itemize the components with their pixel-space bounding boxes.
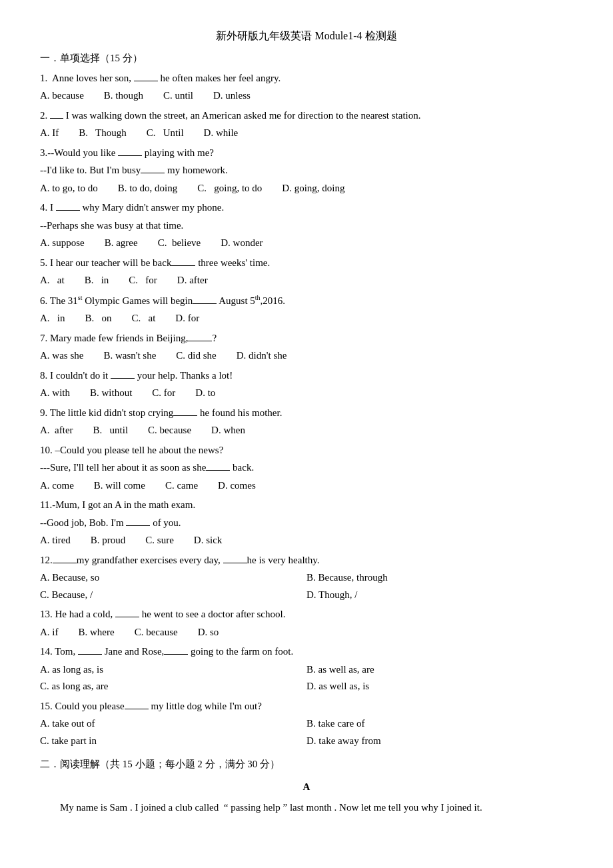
question-3-choices: A. to go, to doB. to do, doingC. going, … — [40, 180, 573, 197]
question-13: 13. He had a cold, he went to see a doct… — [40, 606, 573, 641]
question-13-text: 13. He had a cold, he went to see a doct… — [40, 606, 573, 623]
question-7: 7. Mary made few friends in Beijing,? A.… — [40, 330, 573, 365]
question-5-text: 5. I hear our teacher will be back three… — [40, 255, 573, 272]
question-7-text: 7. Mary made few friends in Beijing,? — [40, 330, 573, 347]
question-8: 8. I couldn't do it your help. Thanks a … — [40, 367, 573, 402]
question-4-choices: A. supposeB. agreeC. believeD. wonder — [40, 235, 573, 252]
question-3: 3.--Would you like playing with me? --I'… — [40, 145, 573, 197]
question-10: 10. –Could you please tell he about the … — [40, 442, 573, 495]
question-11-text: 11.-Mum, I got an A in the math exam. — [40, 497, 573, 514]
question-6: 6. The 31st Olympic Games will begin Aug… — [40, 292, 573, 327]
question-14-text: 14. Tom, Jane and Rose, going to the far… — [40, 643, 573, 661]
question-6-choices: A. inB. onC. atD. for — [40, 310, 573, 327]
question-11-text2: --Good job, Bob. I'm of you. — [40, 515, 573, 532]
question-5-choices: A. atB. inC. forD. after — [40, 272, 573, 289]
question-12: 12.my grandfather exercises every day, h… — [40, 552, 573, 604]
question-11: 11.-Mum, I got an A in the math exam. --… — [40, 497, 573, 549]
question-6-text: 6. The 31st Olympic Games will begin Aug… — [40, 292, 573, 310]
question-3-text: 3.--Would you like playing with me? — [40, 145, 573, 162]
question-9-text: 9. The little kid didn't stop crying he … — [40, 405, 573, 422]
question-9: 9. The little kid didn't stop crying he … — [40, 405, 573, 439]
question-4-text: 4. I why Mary didn't answer my phone. — [40, 199, 573, 217]
question-1: 1. Anne loves her son, he often makes he… — [40, 70, 573, 105]
reading-a-header: A — [40, 779, 573, 796]
question-9-choices: A. afterB. untilC. becauseD. when — [40, 422, 573, 439]
question-2-choices: A. IfB. ThoughC. UntilD. while — [40, 125, 573, 142]
question-1-text: 1. Anne loves her son, he often makes he… — [40, 70, 573, 87]
question-15: 15. Could you please my little dog while… — [40, 698, 573, 750]
question-3-text2: --I'd like to. But I'm busy my homework. — [40, 162, 573, 179]
section2-header: 二．阅读理解（共 15 小题；每小题 2 分，满分 30 分） — [40, 756, 573, 773]
question-14: 14. Tom, Jane and Rose, going to the far… — [40, 643, 573, 695]
question-10-text: 10. –Could you please tell he about the … — [40, 442, 573, 459]
question-8-text: 8. I couldn't do it your help. Thanks a … — [40, 367, 573, 385]
question-8-choices: A. withB. withoutC. forD. to — [40, 385, 573, 402]
reading-para-1: My name is Sam . I joined a club called … — [40, 799, 573, 817]
page-title: 新外研版九年级英语 Module1-4 检测题 — [40, 27, 573, 45]
question-10-text2: ---Sure, I'll tell her about it as soon … — [40, 459, 573, 477]
question-4-text2: --Perhaps she was busy at that time. — [40, 217, 573, 235]
question-15-text: 15. Could you please my little dog while… — [40, 698, 573, 715]
question-12-text: 12.my grandfather exercises every day, h… — [40, 552, 573, 569]
question-10-choices: A. comeB. will comeC. cameD. comes — [40, 477, 573, 495]
question-15-choices: A. take out of B. take care of C. take p… — [40, 715, 573, 749]
question-1-choices: A. becauseB. thoughC. untilD. unless — [40, 87, 573, 105]
question-2: 2. I was walking down the street, an Ame… — [40, 107, 573, 142]
question-2-text: 2. I was walking down the street, an Ame… — [40, 107, 573, 125]
section1-header: 一．单项选择（15 分） — [40, 50, 573, 67]
question-5: 5. I hear our teacher will be back three… — [40, 255, 573, 289]
question-7-choices: A. was sheB. wasn't sheC. did sheD. didn… — [40, 347, 573, 365]
question-12-choices: A. Because, so B. Because, through C. Be… — [40, 569, 573, 603]
question-11-choices: A. tiredB. proudC. sureD. sick — [40, 532, 573, 549]
question-13-choices: A. ifB. whereC. becauseD. so — [40, 624, 573, 641]
question-4: 4. I why Mary didn't answer my phone. --… — [40, 199, 573, 252]
question-14-choices: A. as long as, is B. as well as, are C. … — [40, 661, 573, 695]
